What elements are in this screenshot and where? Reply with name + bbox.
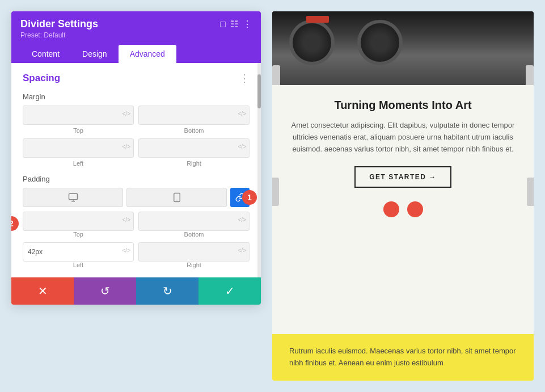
padding-right-wrapper: </> xyxy=(138,242,250,262)
tablet-icon-btn[interactable] xyxy=(126,188,227,207)
cancel-button[interactable]: ✕ xyxy=(11,277,74,305)
panel-title-row: Divider Settings □ ☷ ⋮ xyxy=(20,18,252,30)
margin-left-icon: </> xyxy=(122,144,130,150)
margin-top-input[interactable] xyxy=(23,106,134,125)
scroll-indicator xyxy=(257,63,261,277)
padding-top-label: Top xyxy=(23,231,134,238)
dot-2 xyxy=(407,201,423,217)
panel-header-icons: □ ☷ ⋮ xyxy=(220,19,252,29)
spacing-section: Spacing ⋮ Margin </> </> xyxy=(11,63,261,277)
padding-value-section: 2 </> </> Top xyxy=(23,212,250,268)
desktop-icon-btn[interactable] xyxy=(23,188,123,207)
margin-right-icon: </> xyxy=(238,144,246,150)
padding-label: Padding xyxy=(23,175,250,183)
padding-left-input[interactable] xyxy=(23,242,134,262)
preview-cta-button[interactable]: GET STARTED → xyxy=(354,166,451,188)
preview-panel: Turning Moments Into Art Amet consectetu… xyxy=(272,11,534,381)
panel-footer: ✕ ↺ ↻ ✓ xyxy=(11,277,261,305)
padding-left-label: Left xyxy=(23,262,134,268)
scroll-arrow-left[interactable] xyxy=(272,65,280,85)
badge-1: 1 xyxy=(242,190,257,205)
tab-design[interactable]: Design xyxy=(71,45,119,63)
panel-body: Spacing ⋮ Margin </> </> xyxy=(11,63,261,277)
margin-sublabels: Top Bottom xyxy=(23,127,250,134)
preview-text: Amet consectetur adipiscing. Elit dapibu… xyxy=(289,120,517,155)
margin-right-wrapper: </> xyxy=(138,138,250,158)
margin-left-wrapper: </> xyxy=(23,138,134,158)
padding-bottom-wrapper: </> xyxy=(138,212,250,231)
padding-top-input[interactable] xyxy=(23,212,134,231)
preview-footer: Rutrum iaculis euismod. Maecenas varius … xyxy=(272,334,534,381)
desktop-svg xyxy=(68,192,78,203)
padding-right-input[interactable] xyxy=(138,242,250,262)
margin-label: Margin xyxy=(23,92,250,101)
preview-dots xyxy=(289,201,517,217)
panel-preset[interactable]: Preset: Default xyxy=(20,31,252,39)
padding-device2-wrapper xyxy=(126,188,227,207)
padding-top-bottom-labels: Top Bottom xyxy=(23,231,250,238)
padding-top-icon: </> xyxy=(122,217,130,223)
tab-advanced[interactable]: Advanced xyxy=(119,45,176,63)
margin-top-label: Top xyxy=(23,127,134,134)
margin-top-icon: </> xyxy=(122,111,130,117)
margin-row: Margin </> </> Top Bottom xyxy=(23,92,250,167)
spacing-title: Spacing xyxy=(23,73,60,84)
preview-image xyxy=(272,11,534,85)
padding-top-bottom-grid: </> </> xyxy=(23,212,250,231)
panel-title: Divider Settings xyxy=(20,18,98,30)
padding-right-icon: </> xyxy=(238,247,246,254)
preview-footer-text: Rutrum iaculis euismod. Maecenas varius … xyxy=(289,347,516,367)
panel-header: Divider Settings □ ☷ ⋮ Preset: Default C… xyxy=(11,11,261,63)
panel-tabs: Content Design Advanced xyxy=(20,45,252,63)
more-icon[interactable]: ⋮ xyxy=(243,19,252,29)
margin-bottom-icon: </> xyxy=(238,111,246,117)
red-accent xyxy=(306,16,329,23)
scroll-thumb[interactable] xyxy=(257,74,261,108)
preview-title: Turning Moments Into Art xyxy=(289,99,517,112)
padding-right-label: Right xyxy=(138,262,250,268)
preview-scroll-right[interactable] xyxy=(527,178,534,206)
margin-top-wrapper: </> xyxy=(23,106,134,125)
margin-bottom-wrapper: </> xyxy=(138,106,250,125)
padding-device-row: 1 xyxy=(23,188,250,207)
margin-bottom-input[interactable] xyxy=(138,106,250,125)
padding-device1-wrapper xyxy=(23,188,123,207)
padding-left-wrapper: </> xyxy=(23,242,134,262)
padding-lr-grid: </> </> xyxy=(23,242,250,262)
scroll-arrow-right[interactable] xyxy=(526,65,534,85)
margin-right-label: Right xyxy=(138,160,250,167)
section-menu-icon[interactable]: ⋮ xyxy=(239,72,250,85)
grid-icon[interactable]: ☷ xyxy=(230,19,238,29)
section-header: Spacing ⋮ xyxy=(23,72,250,85)
redo-button[interactable]: ↻ xyxy=(136,277,198,305)
undo-button[interactable]: ↺ xyxy=(74,277,136,305)
washer-drum-2 xyxy=(357,20,403,65)
margin-right-input[interactable] xyxy=(138,138,250,158)
preview-scroll-left[interactable] xyxy=(272,178,279,206)
svg-point-4 xyxy=(176,200,178,201)
washer-drum-1 xyxy=(289,20,335,65)
badge-2: 2 xyxy=(11,216,19,231)
padding-bottom-input[interactable] xyxy=(138,212,250,231)
expand-icon[interactable]: □ xyxy=(220,19,226,29)
main-container: Divider Settings □ ☷ ⋮ Preset: Default C… xyxy=(0,0,545,392)
dot-1 xyxy=(383,201,399,217)
tab-content[interactable]: Content xyxy=(20,45,71,63)
margin-lr-sublabels: Left Right xyxy=(23,160,250,167)
padding-bottom-icon: </> xyxy=(238,217,246,223)
margin-lr-grid: </> </> xyxy=(23,138,250,158)
margin-bottom-label: Bottom xyxy=(138,127,250,134)
margin-left-input[interactable] xyxy=(23,138,134,158)
padding-bottom-label: Bottom xyxy=(138,231,250,238)
svg-rect-0 xyxy=(69,193,77,200)
tablet-svg xyxy=(172,192,182,203)
padding-left-icon: </> xyxy=(122,247,130,254)
save-button[interactable]: ✓ xyxy=(198,277,261,305)
padding-top-wrapper: </> xyxy=(23,212,134,231)
padding-lr-labels: Left Right xyxy=(23,262,250,268)
washer-background xyxy=(272,11,534,85)
padding-section: Padding xyxy=(23,175,250,268)
margin-left-label: Left xyxy=(23,160,134,167)
preview-content: Turning Moments Into Art Amet consectetu… xyxy=(272,85,534,334)
settings-panel: Divider Settings □ ☷ ⋮ Preset: Default C… xyxy=(11,11,261,305)
